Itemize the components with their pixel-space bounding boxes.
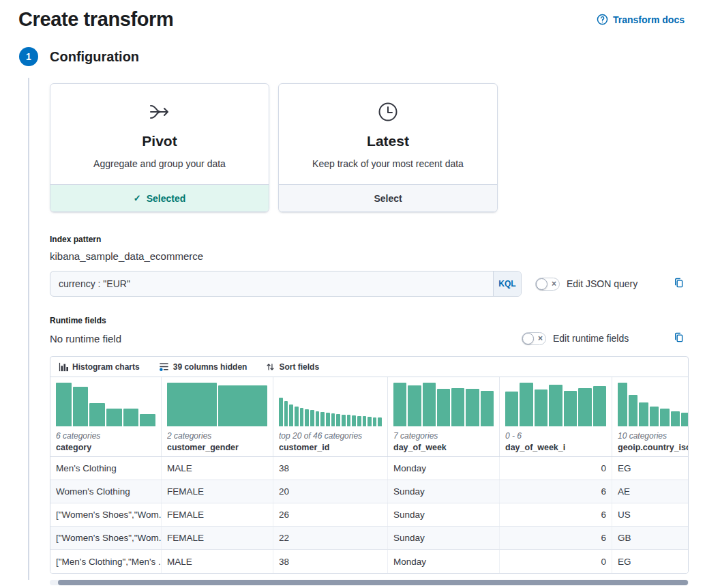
latest-card-title: Latest <box>367 133 409 149</box>
histogram-bar <box>549 385 562 426</box>
cell-day_of_week[interactable]: Monday <box>388 550 500 573</box>
histogram-bar <box>331 413 335 426</box>
histogram-bar <box>279 398 283 426</box>
latest-card[interactable]: Latest Keep track of your most recent da… <box>278 83 498 212</box>
cell-day_of_week[interactable]: Monday <box>388 457 500 480</box>
histogram-bar <box>316 411 320 426</box>
edit-runtime-fields-toggle[interactable]: × <box>522 332 546 345</box>
edit-json-query-toggle[interactable]: × <box>535 278 560 291</box>
query-input[interactable] <box>50 271 493 296</box>
cell-category[interactable]: ["Women's Shoes","Wom... <box>50 527 162 549</box>
table-row: ["Women's Shoes","Wom...FEMALE26Sunday6U… <box>50 503 688 527</box>
toggle-off-icon: × <box>538 334 543 342</box>
cell-customer_id[interactable]: 38 <box>273 550 388 573</box>
cell-day_of_week[interactable]: Sunday <box>388 480 500 503</box>
kql-language-button[interactable]: KQL <box>493 271 521 296</box>
histogram-bar <box>681 413 689 426</box>
transform-docs-link[interactable]: Transform docs <box>597 14 685 25</box>
cell-day_of_week_i[interactable]: 0 <box>500 550 612 573</box>
histogram-bar <box>347 415 351 426</box>
histogram-customer_id <box>279 383 382 426</box>
sort-fields-button[interactable]: Sort fields <box>266 362 319 372</box>
histogram-bar <box>650 407 659 426</box>
cell-day_of_week_i[interactable]: 6 <box>500 503 612 526</box>
table-row: ["Women's Shoes","Wom...FEMALE22Sunday6G… <box>50 527 688 550</box>
column-meta: 6 categories <box>56 431 155 441</box>
column-header-customer_id[interactable]: top 20 of 46 categoriescustomer_id <box>273 377 388 456</box>
histogram-bar <box>535 389 548 426</box>
histogram-bar <box>320 412 325 426</box>
column-header-customer_gender[interactable]: 2 categoriescustomer_gender <box>162 377 273 456</box>
horizontal-scrollbar-thumb[interactable] <box>58 580 688 585</box>
cell-customer_id[interactable]: 22 <box>273 527 388 549</box>
cell-customer_id[interactable]: 38 <box>273 457 388 480</box>
pivot-card[interactable]: Pivot Aggregate and group your data ✓ Se… <box>50 83 269 212</box>
horizontal-scrollbar-track <box>50 580 689 585</box>
histogram-bar <box>618 383 627 426</box>
cell-geoip.country_iso_c[interactable]: EG <box>612 550 689 573</box>
histogram-bar <box>368 417 372 426</box>
aggregate-icon <box>148 100 171 123</box>
cell-day_of_week[interactable]: Sunday <box>388 503 500 526</box>
cell-customer_id[interactable]: 26 <box>273 503 388 526</box>
column-header-category[interactable]: 6 categoriescategory <box>50 377 162 456</box>
cell-day_of_week_i[interactable]: 0 <box>500 457 612 480</box>
columns-icon <box>159 362 169 372</box>
cell-geoip.country_iso_c[interactable]: AE <box>612 480 689 503</box>
histogram-bar <box>639 402 648 426</box>
histogram-bar <box>89 403 105 426</box>
cell-customer_gender[interactable]: MALE <box>162 550 273 573</box>
cell-geoip.country_iso_c[interactable]: GB <box>612 527 689 549</box>
table-row: Men's ClothingMALE38Monday0EG <box>50 457 688 480</box>
docs-link-label: Transform docs <box>613 14 685 25</box>
cell-category[interactable]: ["Women's Shoes","Wom... <box>50 503 162 526</box>
histogram-bar <box>284 401 288 426</box>
histogram-bar <box>300 408 304 426</box>
histogram-bar <box>140 414 155 426</box>
histogram-bar <box>505 392 518 426</box>
histogram-bar <box>326 413 330 426</box>
cell-category[interactable]: ["Men's Clothing","Men's ... <box>50 550 162 573</box>
histogram-bar <box>373 417 377 426</box>
histogram-bar <box>451 388 464 426</box>
histogram-bar <box>363 416 367 426</box>
histogram-category <box>56 383 155 426</box>
cell-category[interactable]: Women's Clothing <box>50 480 162 503</box>
columns-hidden-button[interactable]: 39 columns hidden <box>159 362 247 372</box>
copy-json-query-button[interactable] <box>672 276 686 292</box>
step-number-badge: 1 <box>19 47 38 66</box>
cell-geoip.country_iso_c[interactable]: EG <box>612 457 689 480</box>
cell-customer_gender[interactable]: FEMALE <box>162 503 273 526</box>
grid-toolbar: Histogram charts 39 columns hidden Sort … <box>50 357 688 377</box>
toggle-thumb <box>536 278 548 290</box>
histogram-charts-label: Histogram charts <box>72 362 140 372</box>
runtime-fields-value: No runtime field <box>50 333 121 344</box>
query-row: KQL × Edit JSON query <box>50 271 689 297</box>
cell-day_of_week_i[interactable]: 6 <box>500 480 612 503</box>
runtime-fields-label: Runtime fields <box>50 316 689 325</box>
histogram-bar <box>378 417 382 426</box>
histogram-charts-button[interactable]: Histogram charts <box>59 362 140 372</box>
histogram-bar <box>466 389 479 426</box>
column-header-day_of_week_i[interactable]: 0 - 6day_of_week_i <box>500 377 612 456</box>
cell-customer_gender[interactable]: MALE <box>162 457 273 480</box>
cell-geoip.country_iso_c[interactable]: US <box>612 503 689 526</box>
edit-runtime-toggle-group: × Edit runtime fields <box>522 330 689 347</box>
cell-customer_gender[interactable]: FEMALE <box>162 480 273 503</box>
cell-customer_id[interactable]: 20 <box>273 480 388 503</box>
cell-day_of_week_i[interactable]: 6 <box>500 527 612 549</box>
copy-runtime-fields-button[interactable] <box>672 330 686 347</box>
index-pattern-value: kibana_sample_data_ecommerce <box>50 250 689 262</box>
histogram-bar <box>305 409 309 426</box>
cell-customer_gender[interactable]: FEMALE <box>162 527 273 549</box>
latest-select-footer[interactable]: Select <box>279 184 497 211</box>
column-name: day_of_week <box>393 443 494 452</box>
sort-fields-label: Sort fields <box>279 362 319 372</box>
column-header-geoip.country_iso_c[interactable]: 10 categoriesgeoip.country_iso_c <box>612 377 689 456</box>
column-header-day_of_week[interactable]: 7 categoriesday_of_week <box>388 377 500 456</box>
cell-category[interactable]: Men's Clothing <box>50 457 162 480</box>
histogram-bar <box>564 391 577 426</box>
histogram-day_of_week <box>393 383 494 426</box>
column-meta: 7 categories <box>393 431 494 441</box>
cell-day_of_week[interactable]: Sunday <box>388 527 500 549</box>
